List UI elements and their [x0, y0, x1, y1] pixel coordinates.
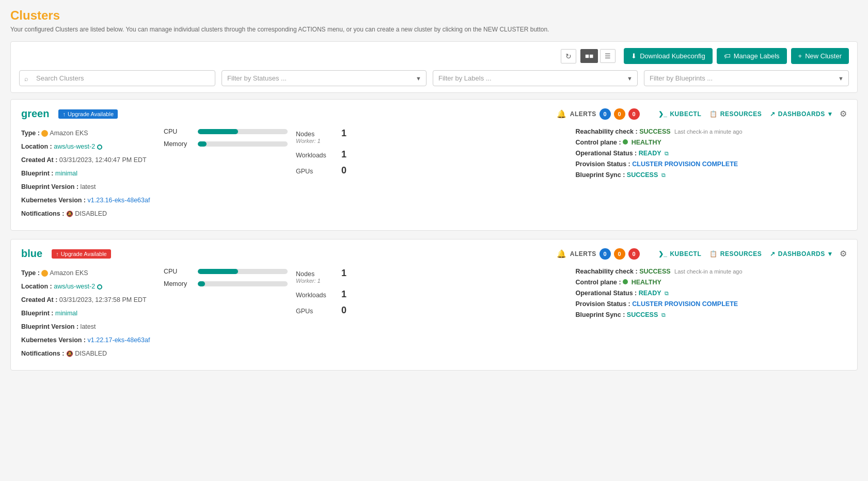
gpus-label: GPUs — [296, 308, 313, 315]
gpus-row: GPUs 0 — [296, 305, 567, 316]
alerts-label: ALERTS — [570, 110, 596, 118]
operational-row: Operational Status : READY ⧉ — [576, 290, 847, 297]
cpu-label: CPU — [164, 268, 193, 275]
reachability-row: Reachability check : SUCCESS Last check-… — [576, 268, 847, 275]
status-col: Reachability check : SUCCESS Last check-… — [576, 268, 847, 362]
grid-view-button[interactable]: ■■ — [580, 49, 598, 63]
reachability-last: Last check-in a minute ago — [674, 268, 742, 275]
manage-labels-button[interactable]: 🏷 Manage Labels — [717, 48, 787, 64]
alerts-section: 🔔 ALERTS 0 0 0 — [557, 248, 640, 260]
reachability-status: SUCCESS — [639, 268, 670, 275]
memory-row: Memory — [164, 280, 288, 287]
metrics-col: NodesWorker: 1 1 Workloads 1 GPUs 0 — [296, 128, 567, 222]
dot-green — [623, 279, 628, 284]
gpus-value: 0 — [341, 305, 346, 316]
reachability-status: SUCCESS — [639, 128, 670, 135]
refresh-button[interactable]: ↻ — [561, 49, 576, 63]
cpu-progress-fill — [198, 269, 238, 274]
aws-icon — [41, 130, 48, 137]
external-link-icon[interactable]: ⧉ — [665, 290, 669, 296]
alert-badge-red: 0 — [628, 108, 640, 120]
filter-blueprints-select[interactable]: Filter by Blueprints ... — [644, 70, 849, 86]
reachability-last: Last check-in a minute ago — [674, 129, 742, 135]
operational-status: READY — [639, 150, 661, 157]
location-dot — [97, 145, 102, 150]
download-icon: ⬇ — [631, 52, 637, 60]
new-cluster-button[interactable]: + New Cluster — [791, 48, 849, 64]
resources-col: CPU Memory — [164, 128, 288, 222]
cluster-card: blue ↑ Upgrade Available 🔔 ALERTS 0 0 0 … — [10, 239, 858, 371]
dashboards-link[interactable]: ↗ DASHBOARDS ▼ — [770, 250, 833, 258]
workloads-row: Workloads 1 — [296, 289, 567, 300]
resources-link[interactable]: 📋 RESOURCES — [709, 110, 762, 118]
resources-icon: 📋 — [709, 250, 718, 258]
resources-link[interactable]: 📋 RESOURCES — [709, 250, 762, 258]
plus-icon: + — [798, 52, 802, 60]
nodes-value: 1 — [341, 268, 346, 279]
cpu-row: CPU — [164, 268, 288, 275]
header-actions: ❯_ KUBECTL 📋 RESOURCES ↗ DASHBOARDS ▼ — [658, 250, 833, 258]
resources-col: CPU Memory — [164, 268, 288, 362]
workloads-label: Workloads — [296, 152, 326, 159]
external-link-icon[interactable]: ⧉ — [665, 150, 669, 156]
workloads-row: Workloads 1 — [296, 149, 567, 160]
dot-green — [623, 139, 628, 145]
kubectl-icon: ❯_ — [658, 250, 668, 258]
sync-external-icon[interactable]: ⧉ — [661, 172, 666, 178]
filter-blueprints-wrap: Filter by Blueprints ... ▼ — [644, 70, 849, 86]
control-plane-status: HEALTHY — [632, 279, 661, 286]
reachability-row: Reachability check : SUCCESS Last check-… — [576, 128, 847, 135]
upgrade-icon: ↑ — [56, 251, 59, 257]
mute-icon: 🔕 — [66, 211, 73, 217]
sync-external-icon[interactable]: ⧉ — [661, 312, 666, 318]
kubectl-link[interactable]: ❯_ KUBECTL — [658, 250, 702, 258]
alert-badge-orange: 0 — [614, 108, 625, 120]
download-kubeconfig-button[interactable]: ⬇ Download Kubeconfig — [624, 48, 712, 64]
search-wrap: ⌕ — [19, 70, 215, 86]
chart-icon: ↗ — [770, 250, 776, 258]
upgrade-badge[interactable]: ↑ Upgrade Available — [52, 249, 111, 259]
memory-progress-bar — [198, 141, 288, 147]
alert-badge-blue: 0 — [599, 248, 611, 260]
cluster-body: Type : Amazon EKS Location : aws/us-west… — [21, 268, 847, 362]
sync-row: Blueprint Sync : SUCCESS ⧉ — [576, 311, 847, 318]
settings-icon[interactable]: ⚙ — [840, 109, 847, 119]
search-input[interactable] — [19, 70, 215, 86]
label-icon: 🏷 — [724, 52, 731, 60]
cpu-row: CPU — [164, 128, 288, 135]
page-subtitle: Your configured Clusters are listed belo… — [10, 26, 858, 33]
memory-label: Memory — [164, 280, 193, 287]
dashboards-link[interactable]: ↗ DASHBOARDS ▼ — [770, 110, 833, 118]
filter-labels-wrap: Filter by Labels ... ▼ — [433, 70, 638, 86]
filter-labels-select[interactable]: Filter by Labels ... — [433, 70, 638, 86]
nodes-value: 1 — [341, 128, 346, 139]
workloads-value: 1 — [341, 149, 346, 160]
search-icon: ⌕ — [24, 74, 28, 82]
cpu-progress-bar — [198, 129, 288, 134]
filter-statuses-wrap: Filter by Statuses ... ▼ — [222, 70, 427, 86]
memory-progress-bar — [198, 281, 288, 286]
worker-label: Worker: 1 — [296, 138, 337, 144]
upgrade-badge[interactable]: ↑ Upgrade Available — [58, 109, 118, 119]
alerts-section: 🔔 ALERTS 0 0 0 — [557, 108, 640, 120]
kubectl-link[interactable]: ❯_ KUBECTL — [658, 110, 702, 118]
alert-badge-red: 0 — [628, 248, 640, 260]
gpus-row: GPUs 0 — [296, 165, 567, 176]
settings-icon[interactable]: ⚙ — [840, 249, 847, 259]
provision-row: Provision Status : CLUSTER PROVISION COM… — [576, 161, 847, 168]
provision-status: CLUSTER PROVISION COMPLETE — [632, 300, 738, 308]
workloads-value: 1 — [341, 289, 346, 300]
bell-icon: 🔔 — [557, 249, 567, 259]
memory-label: Memory — [164, 140, 193, 148]
nodes-label: Nodes — [296, 131, 314, 138]
memory-progress-fill — [198, 281, 205, 286]
alert-badge-blue: 0 — [599, 108, 611, 120]
filter-statuses-select[interactable]: Filter by Statuses ... — [222, 70, 427, 86]
memory-row: Memory — [164, 140, 288, 148]
status-col: Reachability check : SUCCESS Last check-… — [576, 128, 847, 222]
control-plane-row: Control plane : HEALTHY — [576, 139, 847, 146]
cpu-progress-bar — [198, 269, 288, 274]
list-view-button[interactable]: ☰ — [600, 49, 616, 63]
nodes-row: NodesWorker: 1 1 — [296, 268, 567, 284]
nodes-label: Nodes — [296, 270, 314, 278]
